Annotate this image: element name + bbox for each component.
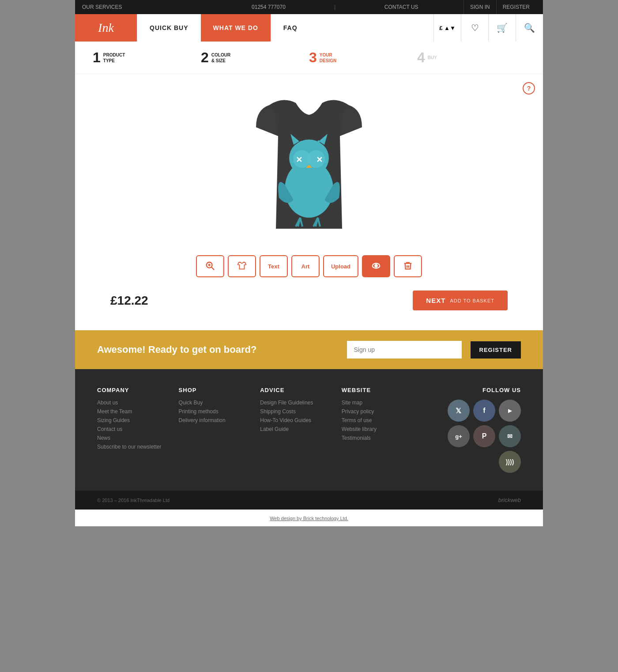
- pinterest-icon: P: [482, 432, 487, 440]
- svg-text:✕: ✕: [316, 155, 323, 164]
- footer-advice-col: ADVICE Design File Guidelines Shipping C…: [260, 387, 342, 473]
- step-1-product-type[interactable]: 1 PRODUCTTYPE: [93, 49, 201, 66]
- eye-icon: [371, 261, 381, 272]
- currency-selector[interactable]: £ ▲▼: [433, 14, 461, 42]
- svg-line-11: [211, 267, 214, 269]
- tshirt-preview: ✕ ✕ Owl: [243, 87, 375, 246]
- zoom-tool-button[interactable]: [196, 255, 224, 277]
- sign-in-link[interactable]: SIGN IN: [464, 0, 496, 14]
- design-toolbar: Text Art Upload: [196, 255, 422, 277]
- price-bar: £12.22 NEXT ADD TO BASKET: [75, 291, 543, 310]
- cta-text: Awesome! Ready to get on board?: [97, 344, 338, 355]
- footer-link-about[interactable]: About us: [97, 400, 179, 406]
- facebook-button[interactable]: f: [473, 400, 495, 422]
- rss-button[interactable]: )))): [499, 451, 521, 473]
- search-button[interactable]: 🔍: [516, 14, 543, 42]
- footer-link-testimonials[interactable]: Testimonials: [342, 435, 423, 441]
- footer-link-printing[interactable]: Printing methods: [179, 408, 260, 415]
- help-button[interactable]: ?: [523, 82, 535, 94]
- footer-shop-col: SHOP Quick Buy Printing methods Delivery…: [179, 387, 260, 473]
- cta-banner: Awesome! Ready to get on board? REGISTER: [75, 330, 543, 369]
- progress-stepper: 1 PRODUCTTYPE 2 COLOUR& SIZE 3 YOURDESIG…: [75, 42, 543, 74]
- logo[interactable]: Ink: [75, 14, 137, 42]
- svg-point-15: [375, 264, 377, 267]
- upload-label: Upload: [331, 263, 350, 270]
- webdesign-link[interactable]: Web design by Brick technology Ltd.: [270, 516, 348, 521]
- footer-link-delivery[interactable]: Delivery information: [179, 417, 260, 423]
- art-tool-button[interactable]: Art: [291, 255, 320, 277]
- footer-link-quick-buy[interactable]: Quick Buy: [179, 400, 260, 406]
- signup-input[interactable]: [347, 341, 462, 359]
- footer-company-col: COMPANY About us Meet the Team Sizing Gu…: [97, 387, 179, 473]
- footer-shop-heading: SHOP: [179, 387, 260, 393]
- footer-link-news[interactable]: News: [97, 435, 179, 441]
- text-tool-button[interactable]: Text: [260, 255, 288, 277]
- shirt-icon: [237, 261, 247, 272]
- step-3-number: 3: [309, 49, 317, 66]
- youtube-icon: ▶: [508, 408, 512, 414]
- cart-button[interactable]: 🛒: [488, 14, 516, 42]
- delete-tool-button[interactable]: [394, 255, 422, 277]
- our-services-link[interactable]: OUR SERVICES: [82, 4, 207, 10]
- brickweb-text: brickweb: [498, 497, 521, 503]
- search-icon: 🔍: [524, 23, 535, 33]
- footer-link-label-guide[interactable]: Label Guide: [260, 426, 342, 432]
- trash-icon: [403, 261, 413, 272]
- price-display: £12.22: [110, 294, 148, 308]
- footer: COMPANY About us Meet the Team Sizing Gu…: [75, 369, 543, 491]
- footer-link-privacy[interactable]: Privacy policy: [342, 408, 423, 415]
- wishlist-button[interactable]: ♡: [461, 14, 488, 42]
- phone-number: 01254 777070: [207, 4, 331, 10]
- cta-register-button[interactable]: REGISTER: [471, 341, 521, 359]
- nav-quick-buy[interactable]: QUICK BUY: [137, 14, 201, 42]
- step-4-buy[interactable]: 4 BUY: [417, 49, 525, 66]
- contact-us-link[interactable]: CONTACT US: [339, 4, 464, 10]
- youtube-button[interactable]: ▶: [499, 400, 521, 422]
- footer-link-library[interactable]: Website library: [342, 426, 423, 432]
- footer-bottom: © 2013 – 2016 InkThreadable Ltd brickweb: [75, 491, 543, 510]
- divider: |: [334, 4, 335, 10]
- svg-text:Owl: Owl: [298, 138, 320, 152]
- footer-link-shipping[interactable]: Shipping Costs: [260, 408, 342, 415]
- next-add-to-basket-button[interactable]: NEXT ADD TO BASKET: [413, 291, 508, 310]
- logo-text: Ink: [98, 21, 114, 35]
- upload-tool-button[interactable]: Upload: [323, 255, 358, 277]
- footer-link-sitemap[interactable]: Site map: [342, 400, 423, 406]
- email-button[interactable]: ✉: [499, 425, 521, 447]
- footer-website-col: WEBSITE Site map Privacy policy Terms of…: [342, 387, 423, 473]
- rss-icon: )))): [506, 458, 514, 465]
- step-2-label: COLOUR& SIZE: [211, 52, 230, 64]
- footer-link-design-guidelines[interactable]: Design File Guidelines: [260, 400, 342, 406]
- cart-icon: 🛒: [497, 23, 508, 33]
- step-3-your-design[interactable]: 3 YOURDESIGN: [309, 49, 417, 66]
- footer-link-terms[interactable]: Terms of use: [342, 417, 423, 423]
- googleplus-icon: g+: [455, 433, 462, 440]
- email-icon: ✉: [507, 433, 512, 440]
- footer-link-contact[interactable]: Contact us: [97, 426, 179, 432]
- googleplus-button[interactable]: g+: [448, 425, 470, 447]
- step-4-label: BUY: [428, 55, 437, 60]
- navigation: Ink QUICK BUY WHAT WE DO FAQ £ ▲▼ ♡ 🛒 🔍: [75, 14, 543, 42]
- design-area: ?: [75, 74, 543, 330]
- nav-faq[interactable]: FAQ: [271, 14, 310, 42]
- footer-website-heading: WEBSITE: [342, 387, 423, 393]
- step-2-colour-size[interactable]: 2 COLOUR& SIZE: [201, 49, 309, 66]
- step-1-label: PRODUCTTYPE: [103, 52, 125, 64]
- webdesign-bar: Web design by Brick technology Ltd.: [75, 510, 543, 526]
- step-2-number: 2: [201, 49, 209, 66]
- svg-text:✕: ✕: [296, 155, 302, 164]
- twitter-button[interactable]: 𝕏: [448, 400, 470, 422]
- pinterest-button[interactable]: P: [473, 425, 495, 447]
- footer-link-video-guides[interactable]: How-To Video Guides: [260, 417, 342, 423]
- footer-link-subscribe[interactable]: Subscribe to our newsletter: [97, 444, 179, 450]
- shirt-tool-button[interactable]: [228, 255, 256, 277]
- footer-link-sizing[interactable]: Sizing Guides: [97, 417, 179, 423]
- register-link[interactable]: REGISTER: [496, 0, 536, 14]
- footer-link-meet-team[interactable]: Meet the Team: [97, 408, 179, 415]
- footer-advice-heading: ADVICE: [260, 387, 342, 393]
- copyright-text: © 2013 – 2016 InkThreadable Ltd: [97, 498, 170, 503]
- nav-what-we-do[interactable]: WHAT WE DO: [201, 14, 271, 42]
- heart-icon: ♡: [471, 23, 479, 33]
- preview-tool-button[interactable]: [362, 255, 390, 277]
- twitter-icon: 𝕏: [456, 407, 461, 415]
